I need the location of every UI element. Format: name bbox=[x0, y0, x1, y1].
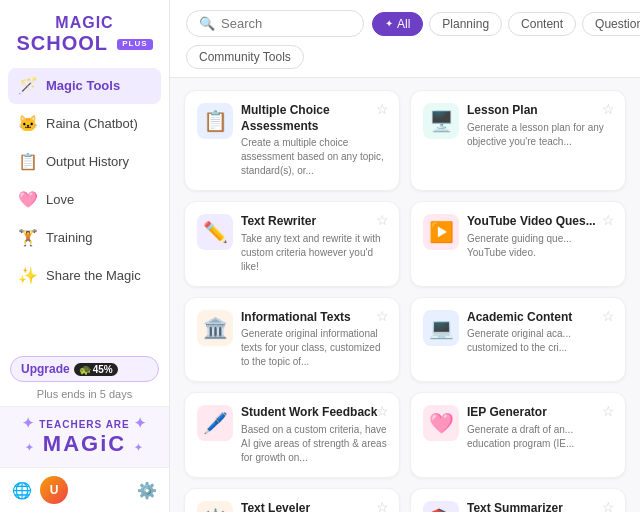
logo-plus: PLUS bbox=[117, 39, 152, 50]
tool-desc-student-feedback: Based on a custom criteria, have AI give… bbox=[241, 423, 387, 465]
tool-card-text-summarizer[interactable]: ☆ 📚 Text Summarizer Take any text and su… bbox=[410, 488, 626, 512]
tool-header-student-feedback: 🖊️ Student Work Feedback Based on a cust… bbox=[197, 405, 387, 465]
tool-desc-multiple-choice: Create a multiple choice assessment base… bbox=[241, 136, 387, 178]
tool-header-multiple-choice: 📋 Multiple Choice Assessments Create a m… bbox=[197, 103, 387, 178]
star-button-youtube-video[interactable]: ☆ bbox=[602, 212, 615, 228]
search-box[interactable]: 🔍 bbox=[186, 10, 364, 37]
tool-desc-informational-texts: Generate original informational texts fo… bbox=[241, 327, 387, 369]
nav-icon-raina: 🐱 bbox=[18, 114, 38, 134]
tool-title-youtube-video: YouTube Video Ques... bbox=[467, 214, 613, 230]
upgrade-button[interactable]: Upgrade 🐢 45% bbox=[10, 356, 159, 382]
tool-card-text-leveler[interactable]: ☆ ⚖️ Text Leveler Take any text and adap… bbox=[184, 488, 400, 512]
tool-title-multiple-choice: Multiple Choice Assessments bbox=[241, 103, 387, 134]
star-button-text-summarizer[interactable]: ☆ bbox=[602, 499, 615, 512]
tool-title-text-leveler: Text Leveler bbox=[241, 501, 387, 512]
teachers-are-label: ✦ TEACHERS ARE ✦ bbox=[10, 415, 159, 431]
star-button-multiple-choice[interactable]: ☆ bbox=[376, 101, 389, 117]
tool-header-text-rewriter: ✏️ Text Rewriter Take any text and rewri… bbox=[197, 214, 387, 274]
tool-card-academic-content[interactable]: ☆ 💻 Academic Content Generate original a… bbox=[410, 297, 626, 383]
tool-card-multiple-choice[interactable]: ☆ 📋 Multiple Choice Assessments Create a… bbox=[184, 90, 400, 191]
tool-title-informational-texts: Informational Texts bbox=[241, 310, 387, 326]
tool-card-lesson-plan[interactable]: ☆ 🖥️ Lesson Plan Generate a lesson plan … bbox=[410, 90, 626, 191]
tool-icon-multiple-choice: 📋 bbox=[197, 103, 233, 139]
tool-header-academic-content: 💻 Academic Content Generate original aca… bbox=[423, 310, 613, 356]
filter-tab-content[interactable]: Content bbox=[508, 12, 576, 36]
tool-header-youtube-video: ▶️ YouTube Video Ques... Generate guidin… bbox=[423, 214, 613, 260]
logo-school: SCHOOL PLUS bbox=[16, 32, 152, 54]
nav-label-share-magic: Share the Magic bbox=[46, 268, 141, 283]
tool-title-text-summarizer: Text Summarizer bbox=[467, 501, 613, 512]
translate-icon[interactable]: 🌐 bbox=[12, 481, 32, 500]
tool-header-informational-texts: 🏛️ Informational Texts Generate original… bbox=[197, 310, 387, 370]
avatar: U bbox=[40, 476, 68, 504]
tool-card-student-feedback[interactable]: ☆ 🖊️ Student Work Feedback Based on a cu… bbox=[184, 392, 400, 478]
star-button-student-feedback[interactable]: ☆ bbox=[376, 403, 389, 419]
tool-icon-youtube-video: ▶️ bbox=[423, 214, 459, 250]
tool-icon-text-leveler: ⚖️ bbox=[197, 501, 233, 512]
tool-icon-student-feedback: 🖊️ bbox=[197, 405, 233, 441]
tool-title-iep-generator: IEP Generator bbox=[467, 405, 613, 421]
star-button-academic-content[interactable]: ☆ bbox=[602, 308, 615, 324]
nav-icon-output-history: 📋 bbox=[18, 152, 38, 172]
nav-label-output-history: Output History bbox=[46, 154, 129, 169]
tool-card-iep-generator[interactable]: ☆ 🩷 IEP Generator Generate a draft of an… bbox=[410, 392, 626, 478]
community-tools-badge[interactable]: Community Tools bbox=[186, 45, 304, 69]
sparkle-icon: ✦ bbox=[385, 18, 393, 29]
tool-header-text-leveler: ⚖️ Text Leveler Take any text and adapt … bbox=[197, 501, 387, 512]
tool-header-iep-generator: 🩷 IEP Generator Generate a draft of an..… bbox=[423, 405, 613, 451]
nav-icon-training: 🏋️ bbox=[18, 228, 38, 248]
tool-title-student-feedback: Student Work Feedback bbox=[241, 405, 387, 421]
sidebar-item-magic-tools[interactable]: 🪄 Magic Tools bbox=[8, 68, 161, 104]
tool-icon-academic-content: 💻 bbox=[423, 310, 459, 346]
tool-card-text-rewriter[interactable]: ☆ ✏️ Text Rewriter Take any text and rew… bbox=[184, 201, 400, 287]
sidebar-item-share-magic[interactable]: ✨ Share the Magic bbox=[8, 258, 161, 294]
sidebar-item-raina[interactable]: 🐱 Raina (Chatbot) bbox=[8, 106, 161, 142]
search-filter-row: 🔍 ✦ AllPlanningContentQuestions bbox=[186, 10, 624, 37]
tool-icon-informational-texts: 🏛️ bbox=[197, 310, 233, 346]
tools-grid: ☆ 📋 Multiple Choice Assessments Create a… bbox=[170, 78, 640, 512]
star-button-text-leveler[interactable]: ☆ bbox=[376, 499, 389, 512]
sidebar-item-output-history[interactable]: 📋 Output History bbox=[8, 144, 161, 180]
sidebar-item-love[interactable]: 🩷 Love bbox=[8, 182, 161, 218]
sidebar-item-training[interactable]: 🏋️ Training bbox=[8, 220, 161, 256]
filter-tab-questions[interactable]: Questions bbox=[582, 12, 640, 36]
tool-card-youtube-video[interactable]: ☆ ▶️ YouTube Video Ques... Generate guid… bbox=[410, 201, 626, 287]
sidebar: MAGIC SCHOOL PLUS 🪄 Magic Tools 🐱 Raina … bbox=[0, 0, 170, 512]
sidebar-bottom: 🌐 U ⚙️ bbox=[0, 467, 169, 512]
nav-icon-love: 🩷 bbox=[18, 190, 38, 210]
nav-icon-share-magic: ✨ bbox=[18, 266, 38, 286]
star-button-text-rewriter[interactable]: ☆ bbox=[376, 212, 389, 228]
sidebar-nav: 🪄 Magic Tools 🐱 Raina (Chatbot) 📋 Output… bbox=[0, 64, 169, 354]
tool-card-informational-texts[interactable]: ☆ 🏛️ Informational Texts Generate origin… bbox=[184, 297, 400, 383]
tool-desc-academic-content: Generate original aca... customized to t… bbox=[467, 327, 613, 355]
tool-title-text-rewriter: Text Rewriter bbox=[241, 214, 387, 230]
top-bar: 🔍 ✦ AllPlanningContentQuestions Communit… bbox=[170, 0, 640, 78]
main-content: 🔍 ✦ AllPlanningContentQuestions Communit… bbox=[170, 0, 640, 512]
plus-ends-label: Plus ends in 5 days bbox=[0, 384, 169, 406]
logo-area: MAGIC SCHOOL PLUS bbox=[0, 0, 169, 64]
teachers-magic-banner: ✦ TEACHERS ARE ✦ ✦ MAGiC ✦ bbox=[0, 406, 169, 467]
logo-magic: MAGIC bbox=[16, 14, 152, 32]
nav-label-love: Love bbox=[46, 192, 74, 207]
tool-desc-youtube-video: Generate guiding que... YouTube video. bbox=[467, 232, 613, 260]
star-button-lesson-plan[interactable]: ☆ bbox=[602, 101, 615, 117]
search-input[interactable] bbox=[221, 16, 351, 31]
tool-header-text-summarizer: 📚 Text Summarizer Take any text and sum.… bbox=[423, 501, 613, 512]
tool-desc-text-rewriter: Take any text and rewrite it with custom… bbox=[241, 232, 387, 274]
tool-title-lesson-plan: Lesson Plan bbox=[467, 103, 613, 119]
nav-label-magic-tools: Magic Tools bbox=[46, 78, 120, 93]
filter-tab-planning[interactable]: Planning bbox=[429, 12, 502, 36]
upgrade-pct: 🐢 45% bbox=[74, 363, 118, 376]
star-button-iep-generator[interactable]: ☆ bbox=[602, 403, 615, 419]
tool-icon-lesson-plan: 🖥️ bbox=[423, 103, 459, 139]
star-button-informational-texts[interactable]: ☆ bbox=[376, 308, 389, 324]
tool-header-lesson-plan: 🖥️ Lesson Plan Generate a lesson plan fo… bbox=[423, 103, 613, 149]
tool-title-academic-content: Academic Content bbox=[467, 310, 613, 326]
tool-icon-text-summarizer: 📚 bbox=[423, 501, 459, 512]
gear-icon[interactable]: ⚙️ bbox=[137, 481, 157, 500]
magic-big-label: ✦ MAGiC ✦ bbox=[10, 431, 159, 457]
nav-icon-magic-tools: 🪄 bbox=[18, 76, 38, 96]
tool-icon-text-rewriter: ✏️ bbox=[197, 214, 233, 250]
search-icon: 🔍 bbox=[199, 16, 215, 31]
filter-tab-all[interactable]: ✦ All bbox=[372, 12, 423, 36]
